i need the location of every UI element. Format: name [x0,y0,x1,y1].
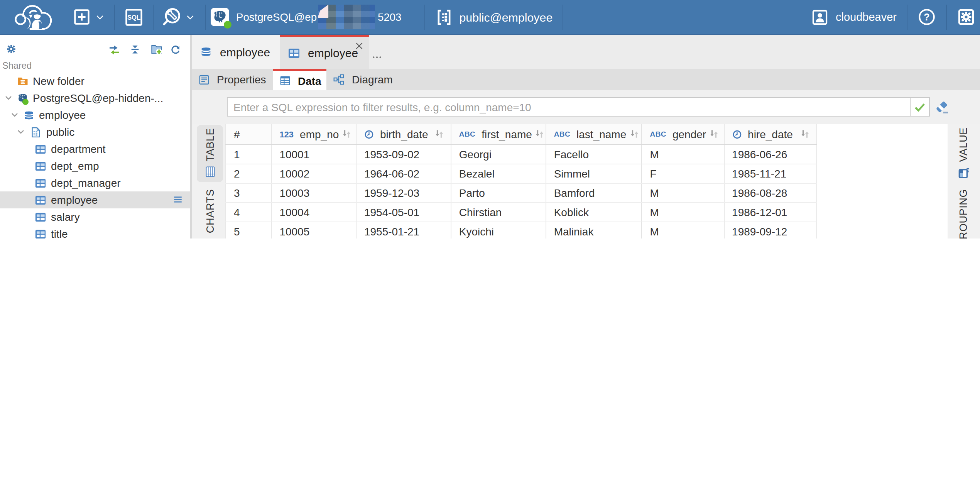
grid-cell[interactable]: 1953-09-02 [356,144,451,164]
expand-chevron-icon[interactable] [4,93,13,103]
column-header-first_name[interactable]: ABCfirst_name [451,124,546,144]
subtab-diagram[interactable]: Diagram [326,69,393,90]
grid-cell[interactable]: 10005 [271,222,356,238]
grid-cell[interactable]: Parto [451,183,546,202]
data-grid[interactable]: #123emp_nobirth_dateABCfirst_nameABClast… [225,124,947,238]
tab-employee-table[interactable]: employee [280,35,369,69]
tree-item-dept-emp[interactable]: dept_emp [0,157,190,174]
column-header-last_name[interactable]: ABClast_name [546,124,642,144]
cloudbeaver-logo-icon[interactable] [13,3,54,30]
grid-cell[interactable]: 5 [226,222,271,238]
column-header-hire_date[interactable]: hire_date [724,124,816,144]
column-header-gender[interactable]: ABCgender [642,124,724,144]
grid-cell[interactable]: 2 [226,164,271,183]
grid-cell[interactable]: 1989-09-12 [724,222,816,238]
grid-cell[interactable]: M [642,183,724,202]
grid-cell[interactable]: 1954-05-01 [356,202,451,222]
tree-item-new-folder[interactable]: New folder [0,73,190,90]
grid-cell[interactable]: Chirstian [451,202,546,222]
sql-editor-button[interactable] [124,7,144,27]
data-grid-icon [279,75,291,86]
grid-cell[interactable]: Facello [546,144,642,164]
subtab-data[interactable]: Data [273,69,326,90]
refresh-tree-icon[interactable] [170,44,181,55]
new-connection-button[interactable] [73,8,105,26]
search-tools-button[interactable] [162,7,195,27]
grid-cell[interactable]: 10001 [271,144,356,164]
grid-cell[interactable]: M [642,202,724,222]
value-panel-icon [957,167,970,180]
grid-cell[interactable]: Kyoichi [451,222,546,238]
grid-cell[interactable]: 1959-12-03 [356,183,451,202]
grid-cell[interactable]: 10004 [271,202,356,222]
presentation-tab-table[interactable]: TABLE [197,125,223,182]
grid-cell[interactable]: 1986-12-01 [724,202,816,222]
filter-bar: Enter a SQL expression to filter results… [192,90,980,124]
tree-item-employee[interactable]: employee [0,191,190,208]
panel-tab-value[interactable]: VALUE [950,127,977,180]
grid-cell[interactable]: M [642,144,724,164]
column-header-birth_date[interactable]: birth_date [356,124,451,144]
grid-cell[interactable]: Simmel [546,164,642,183]
grid-cell[interactable]: 1 [226,144,271,164]
expand-chevron-icon[interactable] [10,110,19,120]
tree-item-title[interactable]: title [0,225,190,238]
grid-cell[interactable]: Koblick [546,202,642,222]
grid-cell[interactable]: 1964-06-02 [356,164,451,183]
grid-cell[interactable]: M [642,222,724,238]
grid-cell[interactable]: 1955-01-21 [356,222,451,238]
tree-item-label: salary [51,211,80,223]
sort-arrows-icon[interactable] [342,129,351,139]
grid-cell[interactable]: F [642,164,724,183]
grid-cell[interactable]: Georgi [451,144,546,164]
grid-cell[interactable]: 10003 [271,183,356,202]
grid-cell[interactable]: Bamford [546,183,642,202]
tree-item-menu-icon[interactable] [172,195,184,205]
tree-item-salary[interactable]: salary [0,208,190,225]
grid-cell[interactable]: 10002 [271,164,356,183]
sort-arrows-icon[interactable] [709,129,719,139]
tab-employee-database[interactable]: employee [192,35,280,69]
sql-filter-input[interactable]: Enter a SQL expression to filter results… [226,97,909,117]
tree-settings-gear-icon[interactable] [5,43,17,55]
panel-tab-grouping[interactable]: GROUPING [950,189,977,238]
sort-arrows-icon[interactable] [535,129,545,139]
expand-chevron-icon[interactable] [16,127,25,137]
grid-cell[interactable]: Maliniak [546,222,642,238]
tree-item-dept-manager[interactable]: dept_manager [0,174,190,191]
grid-cell[interactable]: 1986-08-28 [724,183,816,202]
collapse-all-icon[interactable] [130,44,140,55]
sort-arrows-icon[interactable] [800,129,810,139]
subtab-properties[interactable]: Properties [192,69,273,90]
grid-row: 5100051955-01-21KyoichiMaliniakM1989-09-… [226,222,816,238]
connection-selector[interactable]: PostgreSQL@ep 5203 [211,5,401,29]
grid-cell[interactable]: 4 [226,202,271,222]
new-folder-icon[interactable] [150,43,163,56]
tree-item-employee[interactable]: employee [0,107,190,123]
grid-cell[interactable]: 1985-11-21 [724,164,816,183]
close-tab-icon[interactable] [354,41,364,51]
grid-cell[interactable]: 3 [226,183,271,202]
chevron-down-icon [185,12,195,22]
tab-menu-dots-icon[interactable] [372,56,382,59]
column-header-emp_no[interactable]: 123emp_no [271,124,356,144]
schema-selector[interactable]: public@employee [434,7,553,27]
link-editor-icon[interactable] [108,43,120,56]
sort-arrows-icon[interactable] [629,129,639,139]
help-button[interactable] [917,8,936,26]
grid-row: 2100021964-06-02BezalelSimmelF1985-11-21 [226,164,816,183]
clear-filter-icon[interactable] [934,100,950,115]
tree-item-postgresql-ep-hidden-[interactable]: PostgreSQL@ep-hidden-... [0,90,190,107]
presentation-tab-charts[interactable]: CHARTS [197,189,223,238]
column-header-row-number[interactable]: # [226,124,271,144]
grid-cell[interactable]: 1986-06-26 [724,144,816,164]
apply-filter-button[interactable] [909,97,929,117]
tree-item-department[interactable]: department [0,140,190,157]
tree-item-public[interactable]: public [0,123,190,140]
tab-label: employee [220,45,270,58]
settings-button[interactable] [957,8,975,26]
user-menu[interactable]: cloudbeaver [811,8,897,26]
sort-arrows-icon[interactable] [435,129,444,139]
tree-item-label: PostgreSQL@ep-hidden-... [33,92,163,104]
grid-cell[interactable]: Bezalel [451,164,546,183]
